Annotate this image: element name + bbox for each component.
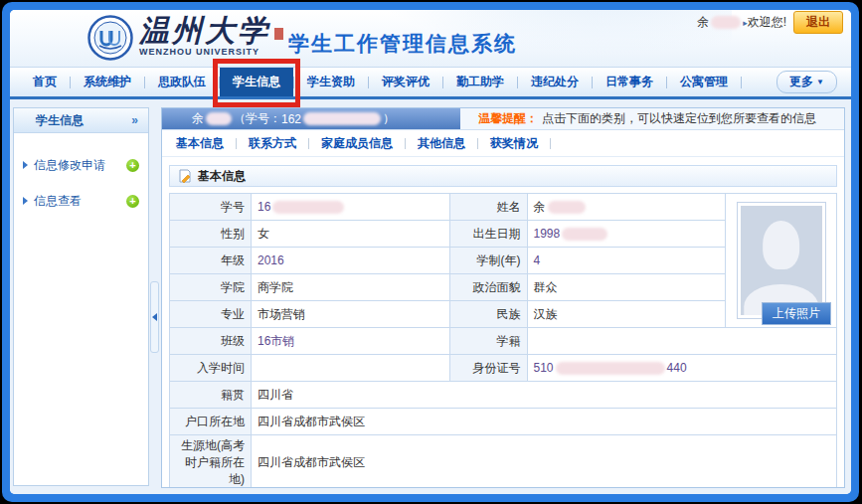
- field-value-grade: 2016: [252, 248, 450, 274]
- tab-family-members[interactable]: 家庭成员信息: [321, 135, 393, 152]
- nav-item-daily-affairs[interactable]: 日常事务: [593, 68, 666, 96]
- tab-contact-info[interactable]: 联系方式: [249, 135, 296, 152]
- upload-photo-button[interactable]: 上传照片: [762, 302, 831, 325]
- field-value-student-id: 16: [252, 194, 450, 221]
- tab-separator: [405, 138, 406, 149]
- main-panel: 余（学号：162） 温馨提醒： 点击下面的类别，可以快速定位到您所要查看的信息 …: [161, 107, 845, 488]
- triangle-bullet-icon: [23, 161, 28, 169]
- field-label-duration: 学制(年): [449, 248, 527, 274]
- redacted-name: [711, 16, 741, 29]
- field-value-ethnicity: 汉族: [527, 301, 726, 328]
- nav-item-student-aid[interactable]: 学生资助: [294, 68, 368, 96]
- nav-item-political-team[interactable]: 思政队伍: [145, 68, 219, 96]
- edit-document-icon: [178, 169, 192, 183]
- system-title: 学生工作管理信息系统: [288, 30, 517, 58]
- table-row: 班级 16市销 学籍: [170, 328, 837, 355]
- field-label-political-status: 政治面貌: [449, 274, 527, 301]
- main-navigation: 首页 系统维护 思政队伍 学生信息 学生资助 评奖评优 勤工助学 违纪处分 日常…: [10, 67, 851, 99]
- chevron-double-right-icon[interactable]: »: [131, 113, 138, 127]
- field-value-native-place: 四川省: [252, 382, 837, 409]
- redacted-value: [548, 201, 586, 214]
- tab-separator: [550, 138, 551, 149]
- table-row: 生源地(高考时户籍所在地) 四川省成都市武侯区: [170, 435, 837, 489]
- redacted-value: [556, 362, 665, 375]
- sidebar-header[interactable]: 学生信息 »: [14, 108, 148, 133]
- field-value-duration: 4: [527, 248, 726, 274]
- photo-cell: 上传照片: [726, 194, 837, 328]
- content-area: 学生信息 » 信息修改申请 + 信息查看 +: [10, 99, 851, 494]
- field-value-birth-date: 1998: [527, 221, 726, 248]
- university-name-en: WENZHOU UNIVERSITY: [139, 47, 283, 57]
- tab-awards[interactable]: 获奖情况: [490, 135, 538, 152]
- sidebar-title: 学生信息: [36, 112, 84, 129]
- nav-item-work-study[interactable]: 勤工助学: [443, 68, 517, 96]
- redacted-value: [562, 228, 607, 241]
- field-value-student-status: [527, 328, 837, 355]
- nav-item-discipline[interactable]: 违纪处分: [518, 68, 592, 96]
- notice-label: 温馨提醒：: [478, 110, 538, 127]
- field-value-political-status: 群众: [527, 274, 726, 301]
- table-row: 入学时间 身份证号 510440: [170, 355, 837, 382]
- sidebar-collapse-handle[interactable]: [150, 281, 159, 353]
- expand-plus-icon[interactable]: +: [126, 159, 139, 172]
- field-label-origin-place: 生源地(高考时户籍所在地): [170, 435, 252, 489]
- field-label-id-number: 身份证号: [449, 355, 527, 382]
- table-row: 户口所在地 四川省成都市武侯区: [170, 409, 837, 435]
- field-label-grade: 年级: [170, 248, 252, 274]
- nav-item-dormitory[interactable]: 公寓管理: [667, 68, 741, 96]
- university-name-block: 温州大学 WENZHOU UNIVERSITY: [139, 16, 283, 57]
- redacted-name: [206, 112, 232, 125]
- notice-bar: 温馨提醒： 点击下面的类别，可以快速定位到您所要查看的信息: [460, 108, 816, 129]
- tab-other-info[interactable]: 其他信息: [418, 135, 465, 152]
- tab-separator: [236, 138, 237, 149]
- basic-info-table: 学号 16 姓名 余 上传: [169, 193, 837, 488]
- section-header: 基本信息: [169, 165, 837, 187]
- nav-more-button[interactable]: 更多▼: [776, 71, 837, 93]
- nav-item-system-maintenance[interactable]: 系统维护: [71, 68, 144, 96]
- field-label-gender: 性别: [170, 221, 252, 248]
- welcome-user-name: 余▸欢迎您!: [697, 14, 786, 31]
- field-value-major: 市场营销: [252, 301, 450, 328]
- university-logo-icon: [87, 15, 133, 61]
- logout-button[interactable]: 退出: [793, 11, 843, 34]
- user-topbar: 余▸欢迎您! 退出: [697, 12, 843, 32]
- tab-separator: [477, 138, 478, 149]
- triangle-bullet-icon: [23, 197, 28, 205]
- application-window-frame: 温州大学 WENZHOU UNIVERSITY 学生工作管理信息系统 余▸欢迎您…: [2, 2, 859, 502]
- nav-item-student-info[interactable]: 学生信息: [220, 68, 293, 96]
- nav-item-awards[interactable]: 评奖评优: [369, 68, 442, 96]
- field-label-name: 姓名: [449, 194, 527, 221]
- collapse-left-icon: [152, 313, 157, 321]
- field-label-college: 学院: [170, 274, 252, 301]
- field-value-origin-place: 四川省成都市武侯区: [252, 435, 837, 489]
- student-identity-tab[interactable]: 余（学号：162）: [162, 108, 460, 129]
- field-value-college: 商学院: [252, 274, 450, 301]
- field-label-major: 专业: [170, 301, 252, 328]
- field-label-student-status: 学籍: [449, 328, 527, 355]
- field-label-class: 班级: [170, 328, 252, 355]
- tab-basic-info[interactable]: 基本信息: [176, 135, 224, 152]
- field-value-enrollment-time: [252, 355, 450, 382]
- sidebar-item-info-view[interactable]: 信息查看 +: [23, 183, 139, 219]
- table-row: 学号 16 姓名 余 上传: [170, 194, 837, 221]
- redacted-student-id: [303, 112, 381, 125]
- sidebar-item-info-change-request[interactable]: 信息修改申请 +: [23, 147, 139, 183]
- expand-plus-icon[interactable]: +: [126, 195, 139, 208]
- field-label-enrollment-time: 入学时间: [170, 355, 252, 382]
- panel-header: 余（学号：162） 温馨提醒： 点击下面的类别，可以快速定位到您所要查看的信息: [162, 108, 844, 130]
- field-label-birth-date: 出生日期: [449, 221, 527, 248]
- field-label-ethnicity: 民族: [449, 301, 527, 328]
- section-title: 基本信息: [198, 168, 246, 185]
- nav-separator: [741, 77, 742, 88]
- tab-separator: [308, 138, 309, 149]
- category-tabs: 基本信息 联系方式 家庭成员信息 其他信息 获奖情况: [162, 130, 844, 157]
- sidebar-list: 信息修改申请 + 信息查看 +: [14, 133, 148, 233]
- field-value-household-location: 四川省成都市武侯区: [252, 409, 837, 435]
- nav-item-home[interactable]: 首页: [20, 68, 70, 96]
- field-label-native-place: 籍贯: [170, 382, 252, 409]
- university-name-cn: 温州大学: [139, 16, 283, 46]
- field-label-household-location: 户口所在地: [170, 409, 252, 435]
- field-value-class: 16市销: [252, 328, 450, 355]
- redacted-value: [272, 201, 344, 214]
- notice-text: 点击下面的类别，可以快速定位到您所要查看的信息: [542, 110, 816, 127]
